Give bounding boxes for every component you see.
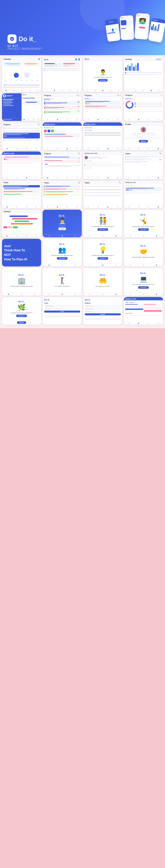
nav-dot[interactable]	[48, 294, 50, 295]
nav-dot[interactable]	[54, 90, 55, 91]
nav-dot[interactable]	[156, 294, 157, 295]
nav-dot[interactable]	[148, 207, 149, 208]
nav-dot[interactable]	[88, 148, 89, 149]
nav-dot[interactable]	[29, 90, 30, 91]
nav-dot[interactable]	[158, 177, 159, 178]
nav-dot[interactable]	[138, 207, 139, 208]
nav-dot[interactable]	[67, 207, 68, 208]
nav-dot[interactable]	[118, 90, 119, 91]
nav-dot[interactable]	[117, 119, 118, 120]
nav-dot[interactable]	[88, 177, 89, 178]
nav-dot[interactable]	[46, 90, 47, 91]
nav-dot[interactable]	[143, 265, 144, 266]
nav-dot[interactable]	[34, 294, 35, 295]
nav-dot[interactable]	[36, 207, 37, 208]
nav-dot[interactable]	[13, 90, 14, 91]
nav-dot[interactable]	[47, 148, 48, 149]
nav-dot[interactable]	[36, 148, 37, 149]
nav-dot[interactable]	[47, 119, 48, 120]
nav-dot[interactable]	[21, 294, 22, 295]
nav-dot[interactable]	[47, 177, 48, 178]
nav-dot[interactable]	[128, 207, 129, 208]
nav-dot[interactable]	[48, 265, 50, 266]
nav-dot[interactable]	[76, 148, 77, 149]
nav-dot[interactable]	[6, 236, 7, 237]
nav-dot[interactable]	[28, 119, 29, 120]
nav-dot[interactable]	[47, 207, 48, 208]
nav-dot[interactable]	[128, 119, 129, 120]
nav-dot[interactable]	[5, 90, 6, 91]
nav-dot[interactable]	[143, 294, 144, 295]
nav-dot[interactable]	[148, 119, 149, 120]
register-btn[interactable]: Register	[17, 321, 26, 324]
nav-dot[interactable]	[76, 119, 77, 120]
nav-dot[interactable]	[62, 265, 63, 266]
nav-dot[interactable]	[16, 236, 17, 237]
nav-dot[interactable]	[128, 148, 129, 149]
nav-dot[interactable]	[57, 119, 58, 120]
nav-dot[interactable]	[117, 177, 118, 178]
nav-dot[interactable]	[76, 207, 77, 208]
nav-dot[interactable]	[88, 207, 89, 208]
nav-dot[interactable]	[36, 236, 37, 237]
nav-dot[interactable]	[107, 207, 108, 208]
nav-dot[interactable]	[89, 236, 90, 237]
nav-dot[interactable]	[110, 90, 111, 91]
nav-dot[interactable]	[128, 323, 129, 324]
register-name-field[interactable]: Name Surname	[85, 305, 121, 307]
nav-dot[interactable]	[36, 177, 37, 178]
nav-dot[interactable]	[6, 148, 7, 149]
nav-dot[interactable]	[102, 90, 103, 91]
nav-dot[interactable]	[102, 236, 103, 237]
login-email-field[interactable]: Email address	[44, 305, 80, 307]
nav-dot[interactable]	[117, 207, 118, 208]
nav-dot[interactable]	[75, 294, 76, 295]
nav-dot[interactable]	[151, 90, 152, 91]
nav-dot[interactable]	[117, 148, 118, 149]
nav-dot[interactable]	[116, 236, 117, 237]
nav-dot[interactable]	[37, 90, 38, 91]
nav-dot[interactable]	[143, 90, 144, 91]
nav-dot[interactable]	[89, 265, 90, 266]
nav-dot[interactable]	[75, 236, 76, 237]
nav-dot[interactable]	[77, 90, 78, 91]
nav-dot[interactable]	[16, 177, 17, 178]
nav-dot[interactable]	[62, 90, 63, 91]
nav-dot[interactable]	[26, 236, 27, 237]
nav-dot[interactable]	[159, 90, 160, 91]
nav-dot[interactable]	[158, 119, 159, 120]
register-button[interactable]: Register	[85, 313, 121, 315]
nav-dot[interactable]	[148, 148, 149, 149]
register-password-field[interactable]: Password	[85, 311, 121, 313]
nav-dot[interactable]	[156, 236, 157, 237]
nav-dot[interactable]	[62, 294, 63, 295]
nav-dot[interactable]	[76, 177, 77, 178]
nav-dot[interactable]	[116, 294, 117, 295]
nav-dot[interactable]	[88, 119, 89, 120]
nav-dot[interactable]	[130, 294, 131, 295]
nav-dot[interactable]	[158, 207, 159, 208]
nav-dot[interactable]	[98, 177, 99, 178]
nav-dot[interactable]	[138, 148, 139, 149]
nav-dot[interactable]	[26, 177, 27, 178]
nav-dot[interactable]	[57, 148, 58, 149]
login-button[interactable]: Login	[44, 311, 80, 313]
nav-dot[interactable]	[89, 294, 90, 295]
nav-dot[interactable]	[107, 119, 108, 120]
nav-dot[interactable]	[69, 90, 70, 91]
nav-dot[interactable]	[98, 119, 99, 120]
login-password-field[interactable]: Password	[44, 308, 80, 310]
nav-dot[interactable]	[102, 294, 103, 295]
nav-dot[interactable]	[48, 236, 50, 237]
nav-dot[interactable]	[130, 265, 131, 266]
nav-dot[interactable]	[95, 90, 96, 91]
nav-dot[interactable]	[6, 207, 7, 208]
nav-dot[interactable]	[143, 236, 144, 237]
nav-dot[interactable]	[24, 119, 25, 120]
nav-dot[interactable]	[138, 119, 139, 120]
nav-dot[interactable]	[67, 177, 68, 178]
nav-dot[interactable]	[138, 177, 139, 178]
nav-dot[interactable]	[130, 236, 131, 237]
nav-dot[interactable]	[21, 90, 22, 91]
nav-dot[interactable]	[67, 119, 68, 120]
